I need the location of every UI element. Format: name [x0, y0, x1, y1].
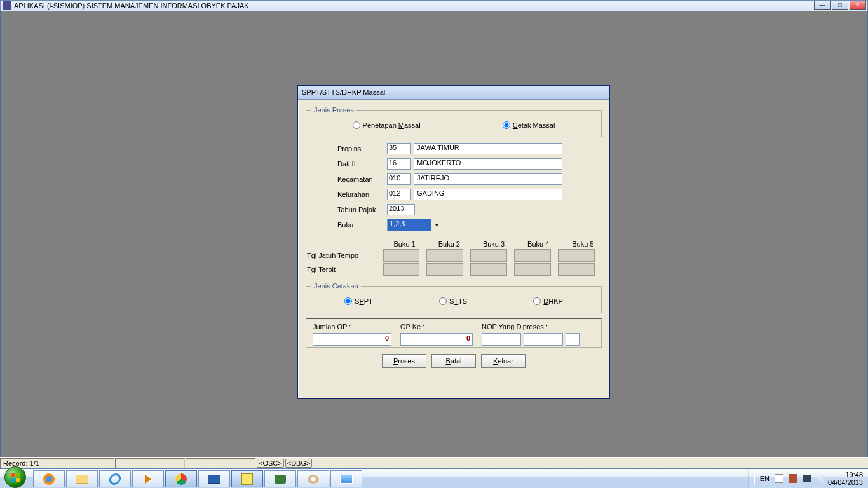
task-ie[interactable] [99, 470, 131, 487]
radio-stts[interactable]: STTS [439, 297, 467, 305]
ie-icon [108, 473, 121, 485]
cell-tempo-3[interactable] [470, 249, 507, 262]
cell-terbit-5[interactable] [558, 263, 595, 276]
close-button[interactable]: ✕ [850, 1, 866, 10]
task-photos[interactable] [330, 470, 362, 487]
label-propinsi: Propinsi [337, 145, 387, 152]
minimize-button[interactable]: — [814, 1, 831, 10]
task-paint[interactable] [297, 470, 329, 487]
radio-cetak-massal[interactable]: Cetak Massal [503, 121, 555, 129]
buku-header-4: Buku 4 [520, 240, 557, 248]
tray-date: 04/04/2013 [828, 478, 863, 486]
label-tgl-jatuh-tempo: Tgl Jatuh Tempo [306, 252, 383, 259]
input-propinsi-name[interactable]: JAWA TIMUR [414, 143, 562, 154]
label-buku: Buku [337, 221, 387, 229]
input-tahun[interactable]: 2013 [387, 204, 415, 215]
window-titlebar: APLIKASI (i-SISMIOP) SISTEM MANAJEMEN IN… [0, 0, 868, 11]
picture-icon [340, 475, 353, 484]
speaker-icon[interactable] [817, 475, 823, 482]
button-proses[interactable]: Proses [382, 354, 426, 368]
svg-rect-3 [16, 478, 20, 482]
label-jumlah-op: Jumlah OP : [313, 323, 395, 330]
input-dati-code[interactable]: 16 [387, 158, 411, 170]
tray-app-icon[interactable] [789, 474, 797, 483]
cell-tempo-2[interactable] [426, 249, 463, 262]
radio-sppt[interactable]: SPPT [344, 297, 373, 305]
combo-buku[interactable]: 1,2,3 [387, 219, 442, 231]
buku-header-2: Buku 2 [430, 240, 468, 248]
task-firefox[interactable] [33, 470, 65, 487]
svg-rect-0 [11, 473, 15, 477]
task-explorer[interactable] [66, 470, 98, 487]
combo-buku-text[interactable]: 1,2,3 [387, 219, 431, 231]
radio-dhkp[interactable]: DHKP [533, 297, 563, 305]
tray-separator-icon [754, 472, 755, 485]
label-tgl-terbit: Tgl Terbit [306, 266, 383, 273]
screens-icon [208, 475, 220, 484]
app-icon [3, 1, 11, 10]
idm-icon [275, 475, 286, 484]
cell-terbit-3[interactable] [470, 263, 507, 276]
cell-tempo-1[interactable] [383, 249, 420, 262]
nop-box-1 [482, 333, 521, 346]
buku-headers: Buku 1 Buku 2 Buku 3 Buku 4 Buku 5 [386, 240, 602, 248]
label-kecamatan: Kecamatan [337, 175, 387, 183]
tray-lang[interactable]: EN [760, 475, 770, 482]
label-tahun: Tahun Pajak [337, 206, 387, 214]
svg-rect-2 [11, 478, 15, 482]
value-op-ke: 0 [400, 333, 473, 346]
button-batal[interactable]: Batal [431, 354, 476, 368]
nop-box-3 [566, 333, 580, 346]
start-button[interactable] [0, 469, 31, 488]
cell-terbit-2[interactable] [426, 263, 463, 276]
legend-jenis-cetakan: Jenis Cetakan [311, 282, 361, 290]
legend-jenis-proses: Jenis Proses [311, 106, 356, 114]
group-jenis-cetakan: Jenis Cetakan SPPT STTS DHKP [306, 282, 602, 313]
task-screens[interactable] [198, 470, 230, 487]
paint-icon [308, 475, 319, 484]
firefox-icon [43, 473, 55, 485]
task-media[interactable] [132, 470, 164, 487]
window-title: APLIKASI (i-SISMIOP) SISTEM MANAJEMEN IN… [14, 2, 249, 10]
tray-clock[interactable]: 19:48 04/04/2013 [828, 471, 863, 486]
group-jenis-proses: Jenis Proses Penetapan Massal Cetak Mass… [306, 106, 602, 137]
input-kecamatan-name[interactable]: JATIREJO [414, 173, 562, 185]
maximize-button[interactable]: □ [832, 1, 848, 10]
task-sismiop[interactable] [231, 470, 263, 487]
dialog-title: SPPT/STTS/DHKP Massal [298, 86, 609, 100]
chrome-icon [175, 473, 187, 485]
flag-icon[interactable] [775, 474, 783, 483]
cell-terbit-4[interactable] [514, 263, 551, 276]
input-kecamatan-code[interactable]: 010 [387, 173, 411, 185]
radio-penetapan-massal[interactable]: Penetapan Massal [353, 121, 421, 129]
cell-tempo-4[interactable] [514, 249, 551, 262]
buku-header-1: Buku 1 [386, 240, 423, 248]
statusbar: Record: 1/1 <OSC> <DBG> [0, 458, 868, 468]
label-op-ke: OP Ke : [400, 323, 477, 330]
status-pane-2 [115, 458, 185, 468]
status-pane-3 [186, 458, 255, 468]
svg-rect-1 [16, 473, 20, 477]
cell-terbit-1[interactable] [383, 263, 420, 276]
input-kelurahan-name[interactable]: GADING [414, 189, 562, 200]
input-dati-name[interactable]: MOJOKERTO [414, 158, 562, 170]
buku-header-5: Buku 5 [564, 240, 602, 248]
systray: EN 19:48 04/04/2013 [748, 469, 868, 488]
label-dati: Dati II [337, 160, 387, 168]
chevron-down-icon[interactable] [431, 219, 442, 231]
sismiop-icon [241, 473, 253, 485]
task-idm[interactable] [264, 470, 296, 487]
nop-box-2 [524, 333, 563, 346]
status-dbg: <DBG> [285, 459, 313, 468]
cell-tempo-5[interactable] [558, 249, 595, 262]
value-jumlah-op: 0 [313, 333, 391, 346]
buku-header-3: Buku 3 [475, 240, 512, 248]
task-chrome[interactable] [165, 470, 197, 487]
button-keluar[interactable]: Keluar [481, 354, 526, 368]
network-icon[interactable] [803, 475, 811, 482]
input-kelurahan-code[interactable]: 012 [387, 189, 411, 200]
input-propinsi-code[interactable]: 35 [387, 143, 411, 154]
tray-time: 19:48 [828, 471, 863, 478]
label-nop: NOP Yang Diproses : [482, 323, 590, 330]
status-frame: Jumlah OP : 0 OP Ke : 0 NOP Yang Diprose… [306, 318, 602, 348]
